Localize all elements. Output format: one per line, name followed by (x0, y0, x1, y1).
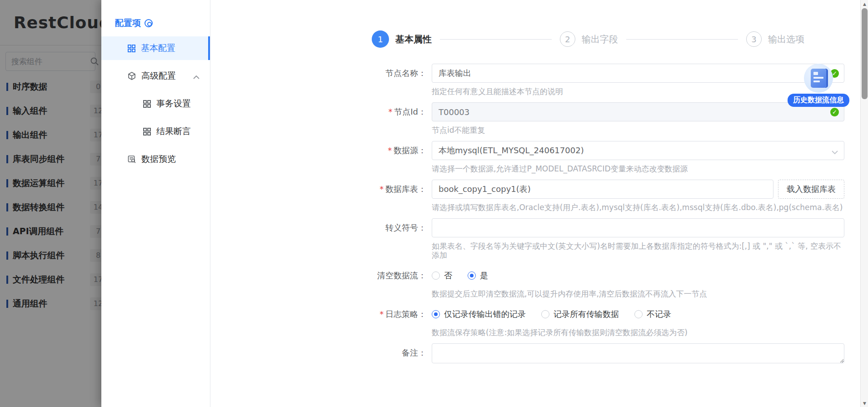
step-connector (626, 39, 738, 40)
steps-bar: 1 基本属性 2 输出字段 3 输出选项 (372, 28, 804, 50)
nav-item-label: 结果断言 (156, 126, 191, 137)
step-output-fields: 2 输出字段 (560, 31, 618, 47)
step-connector (440, 39, 552, 40)
radio-checked-icon (468, 271, 476, 280)
required-mark: * (389, 107, 393, 116)
db-table-helper: 请选择或填写数据库表名,Oracle支持(用户.表名),mysql支持(库名.表… (432, 203, 844, 212)
step-number: 2 (560, 31, 575, 47)
vertical-scrollbar[interactable]: ▲ ▼ (860, 0, 868, 407)
chevron-down-icon (832, 148, 838, 156)
form-row-db-table: *数据库表： 载入数据库表 请选择或填写数据库表名,Oracle支持(用户.表名… (354, 180, 850, 212)
form-row-node-name: 节点名称： ✓ 指定任何有意义且能描述本节点的说明 (354, 64, 850, 96)
radio-unchecked-icon (541, 310, 549, 318)
datasource-helper: 请选择一个数据源,允许通过P_MODEL_DATASRCID变量来动态改变数据源 (432, 164, 844, 173)
db-table-input[interactable] (432, 180, 773, 199)
step-label: 输出选项 (768, 33, 804, 45)
step-label: 基本属性 (395, 33, 432, 45)
radio-unchecked-icon (634, 310, 643, 318)
radio-unchecked-icon (432, 271, 440, 280)
step-number: 1 (372, 30, 389, 48)
radio-option-label: 不记录 (647, 309, 671, 320)
clear-stream-option-no[interactable]: 否 (432, 270, 452, 281)
form-row-remark: 备注： (354, 343, 850, 365)
node-name-helper: 指定任何有意义且能描述本节点的说明 (432, 87, 844, 96)
nav-item-transaction-settings[interactable]: 事务设置 (101, 92, 210, 116)
log-policy-helper: 数据流保存策略(注意:如果选择记录所有传输数据则清空数据流必须选为否) (432, 328, 844, 337)
grid-icon (143, 128, 151, 136)
node-id-label: *节点Id： (354, 102, 432, 135)
grid-icon (128, 45, 135, 52)
radio-option-label: 仅记录传输出错的记录 (444, 309, 526, 320)
nav-item-advanced-config[interactable]: 高级配置 (101, 64, 210, 88)
node-id-helper: 节点id不能重复 (432, 126, 844, 135)
log-policy-option-errors-only[interactable]: 仅记录传输出错的记录 (432, 309, 526, 320)
form-row-log-policy: *日志策略： 仅记录传输出错的记录 记录所有传输数据 不记录 (354, 305, 850, 337)
log-policy-label: *日志策略： (354, 305, 432, 337)
modal-backdrop (0, 0, 109, 407)
step-number: 3 (746, 31, 762, 47)
clear-stream-helper: 数据提交后立即清空数据流,可以提升内存使用率,清空后数据流不再流入下一节点 (432, 289, 844, 298)
config-nav-panel: 配置项 基本配置 高级配置 事务设置 (101, 0, 210, 407)
escape-symbol-label: 转义符号： (354, 218, 432, 260)
db-table-label: *数据库表： (354, 180, 432, 212)
config-title-text: 配置项 (115, 17, 141, 29)
required-mark: * (380, 310, 384, 319)
node-name-label: 节点名称： (354, 64, 432, 96)
radio-option-label: 是 (480, 270, 488, 281)
form-row-node-id: *节点Id： ✓ 节点id不能重复 (354, 102, 850, 135)
settings-gear-icon (145, 19, 153, 27)
escape-symbol-helper: 如果表名、字段名等为关键字或中文(英文大小写)名时需要加上各数据库指定的符号格式… (432, 241, 844, 260)
scroll-down-arrow-icon[interactable]: ▼ (861, 399, 868, 407)
clear-stream-label: 清空数据流： (354, 266, 432, 298)
clear-stream-option-yes[interactable]: 是 (468, 270, 488, 281)
radio-option-label: 否 (444, 270, 452, 281)
basic-config-form: 节点名称： ✓ 指定任何有意义且能描述本节点的说明 *节点Id： ✓ 节点id不… (354, 64, 850, 372)
history-dataflow-button[interactable]: 历史数据流信息 (788, 94, 849, 107)
history-dataflow-icon[interactable] (804, 64, 833, 93)
node-config-modal: 配置项 基本配置 高级配置 事务设置 (101, 0, 868, 407)
nav-item-data-preview[interactable]: 数据预览 (101, 147, 210, 171)
step-basic-attributes: 1 基本属性 (372, 30, 432, 48)
scroll-up-arrow-icon[interactable]: ▲ (861, 0, 868, 8)
nav-item-label: 数据预览 (141, 153, 176, 165)
node-id-input (432, 102, 844, 121)
nav-item-label: 高级配置 (141, 70, 176, 82)
nav-item-label: 基本配置 (141, 42, 175, 54)
step-label: 输出字段 (582, 33, 618, 45)
escape-symbol-input[interactable] (432, 218, 844, 237)
radio-option-label: 记录所有传输数据 (554, 309, 619, 320)
datasource-selected-value: 本地mysql(ETL_MYSQL_240617002) (439, 145, 584, 156)
load-db-table-button[interactable]: 载入数据库表 (778, 180, 844, 199)
remark-textarea[interactable] (432, 343, 844, 363)
remark-label: 备注： (354, 343, 432, 365)
datasource-select[interactable]: 本地mysql(ETL_MYSQL_240617002) (432, 141, 844, 160)
form-row-clear-stream: 清空数据流： 否 是 数据提交后立即清空数据流,可以提升内存使用率,清空后数据流… (354, 266, 850, 298)
datasource-label: *数据源： (354, 141, 432, 173)
step-output-options: 3 输出选项 (746, 31, 804, 47)
cube-icon (128, 72, 136, 80)
chevron-up-icon (193, 71, 200, 81)
document-search-icon (128, 155, 136, 163)
log-policy-option-none[interactable]: 不记录 (634, 309, 671, 320)
config-nav-title: 配置项 (101, 17, 210, 29)
valid-check-icon: ✓ (830, 108, 839, 116)
required-mark: * (388, 146, 392, 155)
grid-icon (143, 100, 151, 108)
nav-item-result-assert[interactable]: 结果断言 (101, 120, 210, 143)
history-dataflow-widget: 历史数据流信息 (784, 64, 853, 107)
nav-item-label: 事务设置 (156, 98, 191, 110)
radio-checked-icon (432, 310, 440, 318)
scrollbar-thumb[interactable] (862, 8, 868, 99)
form-row-escape-symbol: 转义符号： 如果表名、字段名等为关键字或中文(英文大小写)名时需要加上各数据库指… (354, 218, 850, 260)
required-mark: * (380, 185, 384, 194)
node-name-input[interactable] (432, 64, 844, 83)
nav-item-basic-config[interactable]: 基本配置 (101, 36, 210, 60)
form-row-datasource: *数据源： 本地mysql(ETL_MYSQL_240617002) 请选择一个… (354, 141, 850, 173)
log-policy-option-all-data[interactable]: 记录所有传输数据 (541, 309, 619, 320)
document-list-icon (811, 69, 826, 88)
